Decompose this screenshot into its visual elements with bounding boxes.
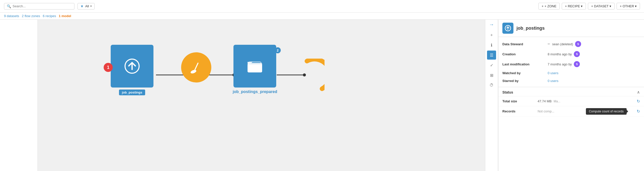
rp-icon — [502, 23, 513, 34]
folder-icon — [246, 57, 264, 75]
node-folder-box[interactable] — [233, 45, 276, 88]
records-value: Not comp... — [538, 109, 554, 113]
rp-info-section: Data Steward ✏ sean (deleted) S Creation… — [498, 37, 644, 87]
orange-arc — [304, 59, 325, 92]
creation-value: 8 months ago by S — [548, 51, 580, 57]
starred-by-row: Starred by 0 users — [498, 77, 644, 85]
watched-by-row: Watched by 0 users — [498, 69, 644, 77]
rp-upload-icon — [504, 25, 511, 32]
node-job-postings[interactable]: 1 job_postings — [111, 45, 153, 95]
chevron-down-icon: ▾ — [90, 5, 92, 8]
data-steward-label: Data Steward — [502, 42, 548, 46]
records-label: Records — [502, 109, 538, 113]
filter-box[interactable]: ▼ All ▾ — [77, 3, 95, 10]
node-job-postings-prepared[interactable]: 2 job_postings_prepared — [233, 45, 277, 94]
right-panel: job_postings Data Steward ✏ sean (delete… — [498, 20, 644, 171]
svg-line-8 — [194, 63, 198, 71]
watched-by-label: Watched by — [502, 71, 548, 75]
upload-icon — [123, 57, 141, 75]
creation-avatar: S — [574, 51, 580, 57]
broom-icon — [190, 61, 203, 74]
node-label-job-postings-prepared: job_postings_prepared — [233, 90, 277, 94]
add-dataset-button[interactable]: + DATASET ▾ — [588, 3, 615, 10]
datasets-link[interactable]: 9 datasets — [4, 14, 19, 18]
add-recipe-button[interactable]: + RECIPE ▾ — [562, 3, 586, 10]
filter-icon: ▼ — [80, 4, 84, 8]
last-modification-label: Last modification — [502, 62, 548, 66]
flow-zones-link[interactable]: 2 flow zones — [22, 14, 40, 18]
plus-icon: + — [542, 4, 544, 8]
creation-row: Creation 8 months ago by S — [498, 49, 644, 59]
node-recipe[interactable] — [181, 52, 211, 82]
side-icons-panel: → ＋ ℹ ☰ ✓ ⊞ ⏱ — [485, 20, 498, 171]
layers-icon-btn[interactable]: ⊞ — [487, 71, 496, 80]
svg-rect-11 — [248, 64, 262, 72]
last-modification-value: 7 months ago by S — [548, 61, 580, 67]
starred-by-label: Starred by — [502, 79, 548, 83]
info-badge-2[interactable]: 2 — [275, 47, 281, 53]
records-refresh-button[interactable]: ↻ — [637, 109, 640, 114]
records-value-wrap: Not comp... Compute count of records — [538, 109, 637, 113]
flow-connections — [38, 20, 485, 171]
status-header: Status ∧ — [498, 87, 644, 96]
model-link[interactable]: 1 model — [59, 14, 71, 18]
rp-title: job_postings — [516, 26, 545, 31]
data-steward-avatar: S — [575, 41, 581, 47]
total-size-refresh-button[interactable]: ↻ — [637, 99, 640, 104]
node-upload-box[interactable] — [111, 45, 153, 88]
last-modification-row: Last modification 7 months ago by S — [498, 59, 644, 69]
clock-icon-btn[interactable]: ⏱ — [487, 81, 496, 90]
search-icon: 🔍 — [7, 4, 11, 8]
total-size-row: Total size 47.74 MB Ma... ↻ — [498, 96, 644, 106]
data-steward-row: Data Steward ✏ sean (deleted) S — [498, 39, 644, 49]
info-icon-btn[interactable]: ℹ — [487, 40, 496, 50]
expand-icon[interactable]: → — [489, 22, 494, 27]
flow-canvas[interactable]: 1 job_postings — [38, 20, 485, 171]
add-other-button[interactable]: + OTHER ▾ — [617, 3, 640, 10]
total-size-label: Total size — [502, 99, 538, 103]
main-area: 1 job_postings — [0, 20, 644, 171]
edit-icon[interactable]: ✏ — [548, 42, 550, 46]
rp-status-section: Status ∧ Total size 47.74 MB Ma... ↻ Rec… — [498, 87, 644, 116]
recipe-box[interactable] — [181, 52, 211, 82]
filter-label: All — [85, 4, 89, 8]
search-input[interactable] — [13, 4, 68, 8]
list-icon-btn[interactable]: ☰ — [487, 51, 496, 60]
rp-header: job_postings — [498, 20, 644, 37]
toolbar: 🔍 ▼ All ▾ + + ZONE + RECIPE ▾ + DATASET … — [0, 0, 644, 13]
toolbar-right: + + ZONE + RECIPE ▾ + DATASET ▾ + OTHER … — [538, 3, 640, 10]
records-row: Records Not comp... Compute count of rec… — [498, 106, 644, 116]
total-size-meta: Ma... — [554, 100, 560, 103]
svg-point-9 — [190, 69, 197, 74]
status-title: Status — [502, 90, 513, 94]
starred-by-value[interactable]: 0 users — [548, 79, 558, 83]
compute-count-tooltip: Compute count of records — [586, 108, 627, 115]
add-zone-button[interactable]: + + ZONE — [538, 3, 560, 10]
search-box[interactable]: 🔍 — [4, 3, 74, 10]
add-icon-btn[interactable]: ＋ — [487, 30, 496, 39]
total-size-value: 47.74 MB — [538, 99, 552, 103]
breadcrumb-bar: 9 datasets 2 flow zones 6 recipes 1 mode… — [0, 13, 644, 20]
last-modification-avatar: S — [574, 61, 580, 67]
watched-by-value[interactable]: 0 users — [548, 71, 558, 75]
check-icon-btn[interactable]: ✓ — [487, 61, 496, 70]
recipes-link[interactable]: 6 recipes — [43, 14, 56, 18]
data-steward-value: ✏ sean (deleted) S — [548, 41, 581, 47]
badge-1: 1 — [104, 63, 113, 72]
creation-label: Creation — [502, 52, 548, 56]
collapse-button[interactable]: ∧ — [637, 90, 640, 95]
node-label-job-postings: job_postings — [119, 90, 145, 95]
left-sidebar — [0, 20, 38, 171]
